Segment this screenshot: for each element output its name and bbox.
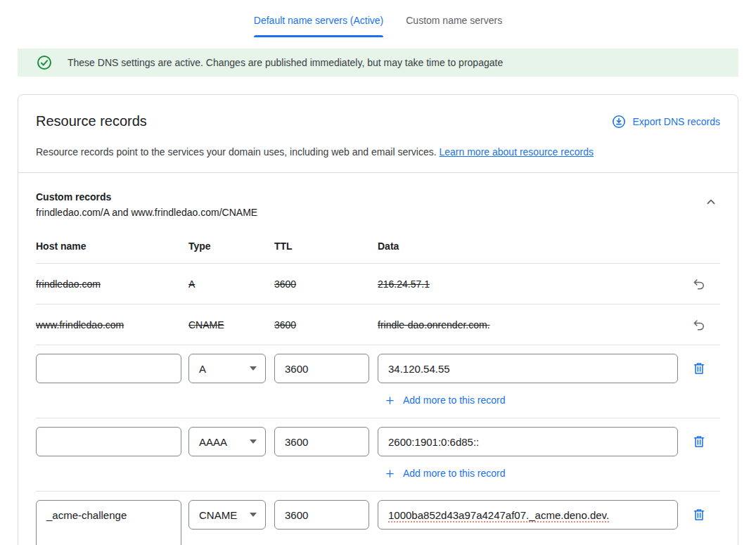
add-more-label: Add more to this record bbox=[403, 395, 506, 406]
data-input[interactable] bbox=[378, 354, 678, 383]
deleted-data: frindle-dao.onrender.com. bbox=[378, 319, 678, 331]
data-input[interactable]: 1000ba852d43a97a4247af07._acme.deno.dev. bbox=[378, 500, 678, 530]
table-header-row: Host name Type TTL Data bbox=[36, 226, 720, 264]
undo-delete-button[interactable] bbox=[691, 276, 707, 293]
type-select[interactable]: AAAA bbox=[188, 427, 266, 456]
trash-icon bbox=[691, 361, 707, 376]
dns-settings-page: Default name servers (Active) Custom nam… bbox=[0, 0, 756, 545]
learn-more-link[interactable]: Learn more about resource records bbox=[440, 146, 594, 158]
ttl-input[interactable] bbox=[274, 354, 369, 383]
tab-default-label: Default name servers (Active) bbox=[254, 15, 383, 26]
col-host-name: Host name bbox=[36, 241, 188, 252]
table-row: frindledao.com A 3600 216.24.57.1 bbox=[36, 264, 720, 304]
deleted-host: frindledao.com bbox=[36, 278, 188, 290]
undo-icon bbox=[692, 323, 706, 334]
col-actions bbox=[678, 241, 720, 252]
chevron-up-icon bbox=[703, 201, 719, 212]
data-value-misspelled: 1000ba852d43a97a4247af07._acme.deno.dev. bbox=[388, 509, 609, 521]
type-select[interactable]: CNAME bbox=[188, 500, 266, 530]
export-dns-records-label: Export DNS records bbox=[633, 116, 720, 127]
undo-delete-button[interactable] bbox=[691, 316, 707, 333]
tab-custom-name-servers[interactable]: Custom name servers bbox=[406, 15, 502, 37]
tab-default-name-servers[interactable]: Default name servers (Active) bbox=[254, 15, 383, 37]
card-description: Resource records point to the services y… bbox=[18, 129, 738, 172]
trash-icon bbox=[691, 434, 707, 449]
host-name-input[interactable] bbox=[36, 354, 181, 383]
caret-down-icon bbox=[250, 513, 257, 517]
custom-records-header: Custom records frindledao.com/A and www.… bbox=[18, 173, 738, 226]
col-ttl: TTL bbox=[274, 241, 378, 252]
export-dns-records-button[interactable]: Export DNS records bbox=[612, 115, 720, 129]
delete-record-button[interactable] bbox=[691, 427, 707, 456]
custom-records-title: Custom records bbox=[36, 191, 257, 203]
dns-active-banner: These DNS settings are active. Changes a… bbox=[18, 49, 738, 77]
resource-records-card: Resource records Export DNS records Reso… bbox=[18, 94, 738, 545]
deleted-type: CNAME bbox=[188, 319, 274, 331]
plus-icon bbox=[385, 468, 395, 479]
custom-records-titles: Custom records frindledao.com/A and www.… bbox=[36, 191, 257, 218]
deleted-ttl: 3600 bbox=[274, 278, 378, 290]
deleted-type: A bbox=[188, 278, 274, 290]
card-title: Resource records bbox=[36, 113, 147, 129]
plus-icon bbox=[385, 395, 395, 406]
caret-down-icon bbox=[250, 440, 257, 444]
table-row: AAAA bbox=[36, 418, 720, 492]
records-table: Host name Type TTL Data frindledao.com A… bbox=[18, 226, 738, 545]
add-more-to-record-button[interactable]: Add more to this record bbox=[378, 467, 678, 480]
tab-custom-label: Custom name servers bbox=[406, 15, 502, 26]
col-type: Type bbox=[188, 241, 274, 252]
deleted-host: www.frindledao.com bbox=[36, 319, 188, 331]
type-select-value: CNAME bbox=[199, 509, 237, 521]
type-select[interactable]: A bbox=[188, 354, 266, 383]
delete-record-button[interactable] bbox=[691, 354, 707, 383]
check-circle-icon bbox=[37, 55, 52, 70]
description-text: Resource records point to the services y… bbox=[36, 146, 437, 158]
deleted-ttl: 3600 bbox=[274, 319, 378, 331]
col-data: Data bbox=[378, 241, 678, 252]
data-input[interactable] bbox=[378, 427, 678, 456]
table-row: www.frindledao.com CNAME 3600 frindle-da… bbox=[36, 304, 720, 345]
download-icon bbox=[612, 115, 626, 129]
ttl-input[interactable] bbox=[274, 500, 369, 530]
add-more-label: Add more to this record bbox=[403, 468, 506, 479]
collapse-section-button[interactable] bbox=[702, 193, 720, 211]
name-server-tabs: Default name servers (Active) Custom nam… bbox=[0, 0, 756, 37]
custom-records-subtitle: frindledao.com/A and www.frindledao.com/… bbox=[36, 207, 257, 218]
active-tab-underline bbox=[254, 35, 383, 37]
host-name-input[interactable] bbox=[36, 427, 181, 456]
caret-down-icon bbox=[250, 366, 257, 371]
host-name-input[interactable]: _acme-challenge bbox=[36, 500, 181, 545]
table-row: _acme-challenge CNAME 1000ba852d43a97a42… bbox=[36, 492, 720, 545]
deleted-data: 216.24.57.1 bbox=[378, 278, 678, 290]
banner-message: These DNS settings are active. Changes a… bbox=[68, 57, 503, 68]
ttl-input[interactable] bbox=[274, 427, 369, 456]
add-more-to-record-button[interactable]: Add more to this record bbox=[378, 394, 678, 406]
undo-icon bbox=[692, 283, 706, 293]
trash-icon bbox=[691, 507, 707, 522]
delete-record-button[interactable] bbox=[691, 500, 707, 530]
table-row: A bbox=[36, 345, 720, 418]
type-select-value: AAAA bbox=[199, 436, 227, 448]
card-header: Resource records Export DNS records bbox=[18, 95, 738, 129]
type-select-value: A bbox=[199, 363, 206, 375]
